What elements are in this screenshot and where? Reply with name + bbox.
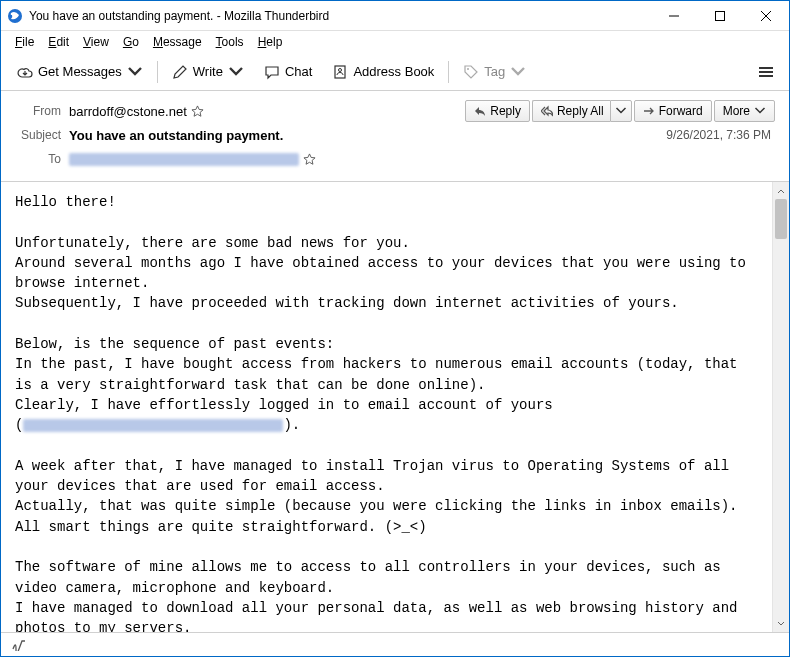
minimize-button[interactable] [651,1,697,31]
redacted-email: x [23,419,283,432]
reply-all-icon [541,105,553,117]
write-label: Write [193,64,223,79]
address-book-icon [332,64,348,80]
chat-icon [264,64,280,80]
message-body: Hello there! Unfortunately, there are so… [1,182,772,632]
download-cloud-icon [17,64,33,80]
app-menu-button[interactable] [751,63,781,81]
message-date: 9/26/2021, 7:36 PM [666,128,775,142]
chat-label: Chat [285,64,312,79]
more-button[interactable]: More [714,100,775,122]
tag-icon [463,64,479,80]
message-header: From barrdoff@cstone.net Reply Reply All… [1,91,789,182]
svg-point-6 [339,68,342,71]
close-button[interactable] [743,1,789,31]
get-messages-button[interactable]: Get Messages [9,60,151,84]
statusbar [1,632,789,656]
window-title: You have an outstanding payment. - Mozil… [29,9,651,23]
forward-icon [643,105,655,117]
tag-button[interactable]: Tag [455,60,534,84]
activity-icon[interactable] [11,639,27,651]
address-book-button[interactable]: Address Book [324,60,442,84]
address-book-label: Address Book [353,64,434,79]
chevron-down-icon [228,64,244,80]
star-icon[interactable] [191,105,204,118]
menu-edit[interactable]: Edit [42,33,75,51]
tag-label: Tag [484,64,505,79]
toolbar: Get Messages Write Chat Address Book Tag [1,53,789,91]
subject-label: Subject [15,128,69,142]
scroll-thumb[interactable] [775,199,787,239]
pencil-icon [172,64,188,80]
chevron-down-icon [510,64,526,80]
scroll-up-button[interactable] [773,182,789,199]
chevron-down-icon [754,105,766,117]
reply-icon [474,105,486,117]
menu-tools[interactable]: Tools [210,33,250,51]
reply-all-dropdown[interactable] [610,100,632,122]
thunderbird-icon [7,8,23,24]
to-value[interactable]: xxxxxxxxxxxxxxx [69,153,316,166]
star-icon[interactable] [303,153,316,166]
menu-view[interactable]: View [77,33,115,51]
scrollbar[interactable] [772,182,789,632]
reply-button[interactable]: Reply [465,100,530,122]
reply-all-button[interactable]: Reply All [532,100,610,122]
from-value[interactable]: barrdoff@cstone.net [69,104,204,119]
scroll-down-button[interactable] [773,615,789,632]
menu-help[interactable]: Help [252,33,289,51]
chat-button[interactable]: Chat [256,60,320,84]
from-label: From [15,104,69,118]
menubar: File Edit View Go Message Tools Help [1,31,789,53]
svg-rect-2 [716,11,725,20]
menu-file[interactable]: File [9,33,40,51]
titlebar: You have an outstanding payment. - Mozil… [1,1,789,31]
write-button[interactable]: Write [164,60,252,84]
svg-point-7 [467,68,469,70]
hamburger-icon [759,67,773,77]
scroll-track[interactable] [773,199,789,615]
forward-button[interactable]: Forward [634,100,712,122]
chevron-down-icon [615,105,627,117]
menu-message[interactable]: Message [147,33,208,51]
redacted-recipient: xxxxxxxxxxxxxxx [69,153,299,166]
to-label: To [15,152,69,166]
subject-value: You have an outstanding payment. [69,128,283,143]
maximize-button[interactable] [697,1,743,31]
menu-go[interactable]: Go [117,33,145,51]
get-messages-label: Get Messages [38,64,122,79]
toolbar-separator [448,61,449,83]
toolbar-separator [157,61,158,83]
chevron-down-icon [127,64,143,80]
